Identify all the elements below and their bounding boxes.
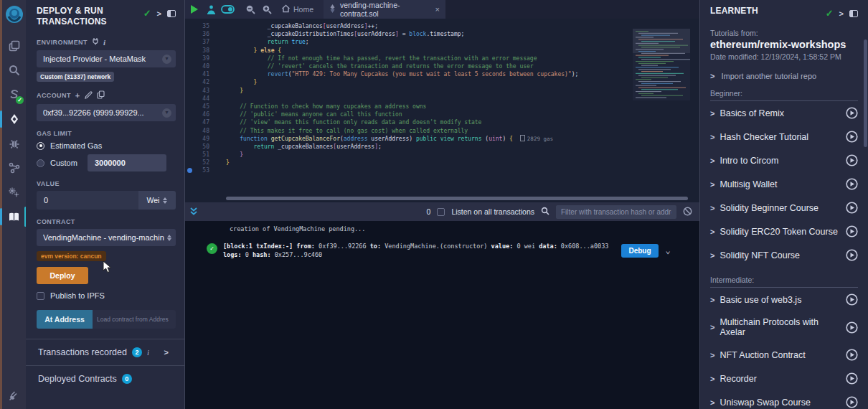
tab-close-icon[interactable]: × [435,5,440,14]
code-line[interactable]: 43 } [185,87,699,95]
learneth-scrollbar[interactable] [864,39,867,147]
add-account-icon[interactable]: + [75,91,80,100]
code-line[interactable]: 36 _cupcakeDistributionTimes[userAddress… [185,30,699,38]
code-line[interactable]: 41 revert("HTTP 429: Too Many Cupcakes (… [185,70,699,78]
at-address-input[interactable]: Load contract from Addres [93,310,176,329]
solidity-compiler-icon[interactable]: ✓ [2,83,26,107]
play-tutorial-icon[interactable] [846,293,858,306]
import-repo-row[interactable]: > Import another tutorial repo [710,72,858,80]
line-number[interactable]: 49 [185,136,209,142]
tx-expand-icon[interactable]: ⌄ [666,245,671,255]
learneth-book-icon[interactable] [2,204,26,229]
terminal-filter-input[interactable] [556,205,676,219]
deploy-run-icon[interactable] [2,107,26,131]
line-number[interactable]: 52 [185,159,209,166]
code-line[interactable]: 47 // 'view' means this function only re… [185,118,699,126]
code-line[interactable]: 40 // 'revert' cancels the transaction a… [185,62,699,70]
tutorial-item[interactable]: >Hash Checker Tutorial [710,125,858,149]
plug-icon[interactable] [92,37,99,47]
code-line[interactable]: 44 [185,95,699,103]
tutorial-item[interactable]: >Multisig Wallet [710,172,858,196]
zoom-out-icon[interactable] [243,2,258,17]
line-number[interactable]: 39 [185,55,209,62]
deployed-contracts-row[interactable]: Deployed Contracts 0 [37,366,176,392]
custom-gas-input[interactable]: 3000000 [88,154,166,171]
tab-vending-machine-contract[interactable]: vending-machine-contract.sol × [324,0,445,19]
publish-ipfs-checkbox[interactable] [37,292,44,300]
value-input[interactable]: 0 [37,191,138,210]
sign-message-icon[interactable] [85,91,93,100]
code-line[interactable]: 49 function getCupcakeBalanceFor(address… [185,135,699,143]
tutorial-item[interactable]: >Basics of Remix [710,101,858,125]
play-tutorial-icon[interactable] [846,372,858,385]
learneth-pin-icon[interactable] [849,10,858,17]
line-number[interactable]: 45 [185,103,209,110]
environment-info-icon[interactable]: i [103,38,105,47]
terminal-expand-icon[interactable] [189,207,198,217]
home-button[interactable]: Home [281,4,313,14]
panel-collapse-icon[interactable]: > [157,9,161,18]
code-line[interactable]: 45 // Function to check how many cupcake… [185,103,699,111]
play-tutorial-icon[interactable] [846,202,858,214]
debug-button[interactable]: Debug [621,244,658,258]
tutorial-item[interactable]: >Solidity Beginner Course [710,196,858,220]
minimap[interactable] [633,29,690,100]
code-line[interactable]: 51 } [185,151,699,159]
tutorial-item[interactable]: >Solidity NFT Course [710,243,858,267]
code-line[interactable]: 38 } else { [185,47,699,55]
code-line[interactable]: 53 [185,166,699,174]
line-number[interactable]: 44 [185,95,209,102]
toggle-icon[interactable] [220,2,235,17]
listen-checkbox[interactable] [437,208,445,216]
code-line[interactable]: 42 } [185,78,699,86]
transactions-info-icon[interactable]: i [147,348,149,357]
transactions-expand-icon[interactable]: > [164,348,174,357]
line-number[interactable]: 36 [185,31,209,37]
terminal-log[interactable]: creation of VendingMachine pending... ✓ … [185,221,699,409]
line-number[interactable]: 47 [185,119,209,126]
line-number[interactable]: 51 [185,151,209,158]
debugger-icon[interactable] [2,131,26,156]
tutorial-item[interactable]: >Uniswap Swap Course [710,390,858,409]
search-icon[interactable] [2,58,26,83]
line-number[interactable]: 38 [185,47,209,54]
line-number[interactable]: 42 [185,79,209,85]
file-explorer-icon[interactable] [2,34,26,58]
plugin-manager-icon[interactable] [2,383,26,408]
contract-select[interactable]: VendingMachine - vending-machin [37,229,176,246]
value-unit-select[interactable]: Wei [138,191,176,210]
play-tutorial-icon[interactable] [846,349,858,361]
assistant-icon[interactable] [204,2,218,17]
play-tutorial-icon[interactable] [846,131,858,143]
panel-pin-icon[interactable] [167,10,176,17]
horizontal-scrollbar[interactable] [226,197,688,200]
play-tutorial-icon[interactable] [846,178,858,190]
zoom-in-icon[interactable] [260,2,274,17]
tutorial-item[interactable]: >Recorder [710,367,858,390]
plugin-settings-icon[interactable] [2,180,26,204]
clear-terminal-icon[interactable] [683,207,692,217]
line-number[interactable]: 48 [185,128,209,134]
at-address-button[interactable]: At Address [37,310,93,329]
tutorial-item[interactable]: >Multichain Protocols with Axelar [710,311,858,343]
remix-logo[interactable] [5,5,24,24]
tutorial-item[interactable]: >NFT Auction Contract [710,343,858,367]
code-line[interactable]: 46 // 'public' means anyone can call thi… [185,111,699,118]
estimated-gas-radio[interactable] [37,142,44,150]
deploy-button[interactable]: Deploy [37,267,88,284]
line-number[interactable]: 43 [185,88,209,94]
line-number[interactable]: 35 [185,23,209,29]
code-line[interactable]: 37 return true; [185,38,699,46]
copy-account-icon[interactable] [97,90,105,100]
code-line[interactable]: 50 return _cupcakeBalances[userAddress]; [185,143,699,151]
line-number[interactable]: 46 [185,111,209,118]
environment-select[interactable]: Injected Provider - MetaMask ▾ [37,50,176,67]
line-number[interactable]: 41 [185,71,209,77]
transaction-log-row[interactable]: ✓ [block:1 txIndex:-] from: 0xf39...9226… [185,242,699,260]
play-tutorial-icon[interactable] [846,249,858,261]
account-select[interactable]: 0xf39...92266 (9999.99929... ▾ [37,104,176,121]
play-tutorial-icon[interactable] [846,107,858,119]
run-script-icon[interactable] [187,2,202,17]
tutorial-item[interactable]: >Solidity ERC20 Token Course [710,220,858,243]
code-line[interactable]: 39 // If not enough time has passed, rev… [185,55,699,62]
